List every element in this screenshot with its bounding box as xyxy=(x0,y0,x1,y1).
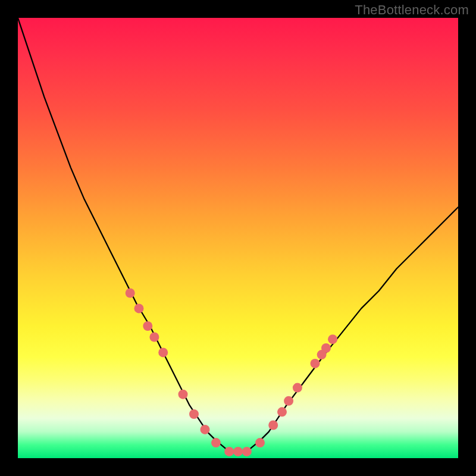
data-point xyxy=(158,347,168,357)
data-point xyxy=(311,359,320,368)
data-point xyxy=(242,447,252,456)
data-point xyxy=(233,447,243,456)
data-point xyxy=(277,407,287,416)
data-point xyxy=(211,438,221,447)
data-point xyxy=(224,447,234,456)
plot-area xyxy=(18,18,458,458)
data-point xyxy=(293,383,302,393)
data-point xyxy=(201,425,210,434)
chart-frame: TheBottleneck.com xyxy=(0,0,476,476)
data-point xyxy=(134,303,144,313)
data-point xyxy=(268,421,278,430)
data-point xyxy=(328,334,337,344)
data-point xyxy=(189,409,199,419)
chart-svg xyxy=(18,18,458,458)
data-point xyxy=(143,321,152,331)
data-point xyxy=(321,343,331,353)
data-point xyxy=(255,438,265,447)
data-point xyxy=(126,289,135,298)
watermark-text: TheBottleneck.com xyxy=(355,2,469,18)
bottleneck-curve xyxy=(18,18,458,452)
data-point xyxy=(149,333,159,342)
data-point xyxy=(284,396,293,406)
data-point xyxy=(178,390,188,399)
